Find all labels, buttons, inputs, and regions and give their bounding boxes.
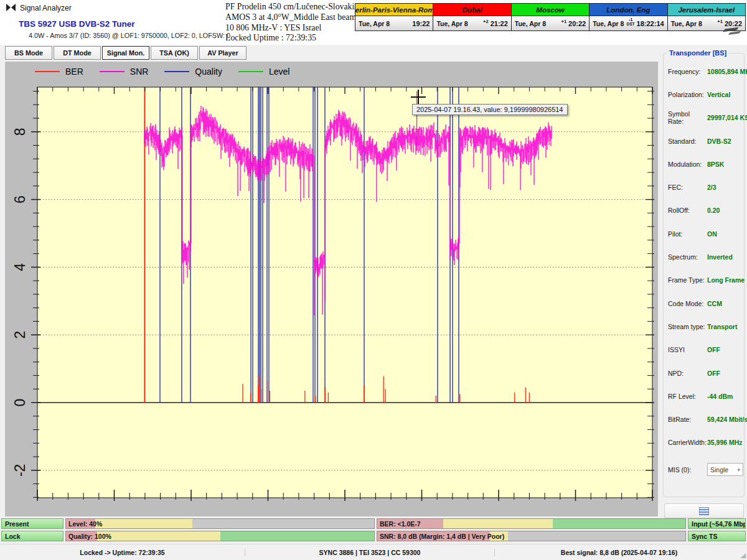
transponder-row-value: ON — [707, 230, 717, 238]
progress-segment — [192, 519, 374, 528]
note-line: PF Prodelin 450 cm/Lučenec-Slovakia — [225, 2, 358, 12]
transponder-row: Code Mode:CCM — [664, 292, 744, 315]
svg-text:2: 2 — [12, 331, 28, 339]
clock-utc-offset: +1 — [561, 19, 569, 27]
transponder-row-value: OFF — [707, 346, 720, 353]
input-badge: Input (~54,76 Mbps) — [688, 518, 746, 529]
progress-segment — [97, 531, 220, 541]
transponder-row: Pilot:ON — [664, 222, 744, 245]
details-button[interactable] — [664, 503, 744, 518]
transponder-row-label: Stream type: — [668, 323, 707, 330]
mis-dropdown[interactable]: Single ▾ — [707, 463, 743, 476]
clock-offset-value: -1 — [627, 17, 635, 22]
note-line: Locked Uptime : 72:39:35 — [225, 33, 358, 44]
station-notes: PF Prodelin 450 cm/Lučenec-Slovakia AMOS… — [225, 2, 358, 44]
note-line: AMOS 3 at 4,0°W_Middle East beam — [225, 12, 358, 23]
clock-city-label: London, Eng — [590, 4, 667, 16]
transponder-row-label: FEC: — [668, 184, 707, 191]
transponder-groupbox: Transponder [BS] Frequency:10805,894 MHz… — [663, 53, 745, 497]
level-progress-bar: Level: 40% — [65, 518, 375, 529]
transponder-row-value: Vertical — [707, 91, 730, 98]
transponder-row: RF Level:-44 dBm — [664, 385, 744, 408]
tab-av-player[interactable]: AV Player — [199, 46, 247, 60]
clock-date: Tue, Apr 8 — [359, 20, 390, 27]
clock-date: Tue, Apr 8 — [593, 20, 624, 27]
quality-progress-bar: Quality: 100% — [65, 531, 375, 541]
clock-date: Tue, Apr 8 — [436, 20, 467, 27]
transponder-row-label: RF Level: — [668, 393, 707, 400]
clock-1: DubaiTue, Apr 8+221:22 — [433, 4, 511, 30]
statusbar: Locked -> Uptime: 72:39:35 SYNC 3886 | T… — [0, 544, 747, 560]
progress-segment — [443, 519, 553, 528]
status-row-2: Lock Quality: 100% SNR: 8,0 dB (Margin: … — [1, 531, 746, 541]
transponder-row: Polarization:Vertical — [664, 83, 744, 106]
progress-segment — [508, 531, 685, 541]
transponder-row: Symbol Rate:29997,014 KS/s — [664, 106, 744, 129]
snr-bar-label: SNR: 8,0 dB (Margin: 1,4 dB | Very Poor) — [380, 533, 504, 540]
clock-datetime: Tue, Apr 8+120:22 — [512, 16, 589, 30]
progress-segment — [220, 531, 375, 541]
quality-bar-label: Quality: 100% — [68, 533, 111, 540]
clock-time: 18:22:14 — [637, 20, 664, 27]
clock-2: MoscowTue, Apr 8+120:22 — [512, 4, 590, 30]
snr-progress-bar: SNR: 8,0 dB (Margin: 1,4 dB | Very Poor) — [377, 531, 686, 541]
clock-utc-offset: +2 — [483, 19, 491, 27]
clock-0: Berlin-Paris-Vienna-RomaTue, Apr 819:22 — [355, 4, 433, 30]
ber-progress-bar: BER: <1.0E-7 — [377, 518, 686, 529]
chart-tooltip: 2025-04-07 19.16.43, value: 9,1999998092… — [412, 104, 568, 115]
transponder-row-value: 8PSK — [707, 161, 724, 168]
signal-monitor-chart[interactable]: BERSNRQualityLevel 86420-2 2025-04-07 19… — [5, 62, 658, 516]
statusbar-uptime: Locked -> Uptime: 72:39:35 — [0, 549, 245, 556]
crosshair-cursor-icon — [411, 90, 426, 105]
transponder-row-value: Long Frame — [707, 276, 745, 284]
transponder-row-value: DVB-S2 — [707, 138, 731, 145]
transponder-row-value: 2/3 — [707, 184, 716, 191]
resize-grip-icon[interactable]: ◢ — [741, 551, 746, 559]
tab-bs-mode[interactable]: BS Mode — [5, 46, 52, 60]
mode-tabbar: BS ModeDT ModeSignal Mon.TSA (OK)AV Play… — [0, 45, 747, 62]
clock-offset-value: +2 — [483, 19, 489, 24]
note-line: 10 806 MHz-V : YES Israel — [225, 23, 358, 34]
transponder-row-value: 29997,014 KS/s — [707, 114, 747, 121]
transponder-row-value: 35,996 MHz — [707, 439, 743, 446]
clock-time: 20:22 — [725, 20, 742, 27]
transponder-row-label: Modulation: — [668, 161, 707, 168]
transponder-row: Standard:DVB-S2 — [664, 129, 744, 152]
transponder-row-label: RollOff: — [668, 207, 707, 214]
mis-label: MIS (0): — [668, 466, 707, 474]
transponder-row: FEC:2/3 — [664, 175, 744, 198]
transponder-row-label: NPD: — [668, 370, 707, 377]
statusbar-best-signal: Best signal: 8,8 dB (2025-04-07 19:16) — [494, 549, 743, 556]
clock-datetime: Tue, Apr 8-1DST18:22:14 — [590, 16, 667, 30]
transponder-row-value: OFF — [707, 370, 720, 377]
tuner-name: TBS 5927 USB DVB-S2 Tuner — [19, 19, 135, 29]
clock-date: Tue, Apr 8 — [515, 20, 546, 27]
level-bar-label: Level: 40% — [68, 520, 102, 528]
statusbar-sync-counters: SYNC 3886 | TEI 3523 | CC 59300 — [245, 549, 494, 556]
signal-plot[interactable]: 86420-2 — [5, 62, 658, 516]
tab-dt-mode[interactable]: DT Mode — [54, 46, 101, 60]
transponder-panel: Transponder [BS] Frequency:10805,894 MHz… — [660, 47, 747, 544]
transponder-row: BitRate:59,424 Mbit/s — [664, 408, 744, 431]
transponder-row-label: BitRate: — [668, 416, 707, 423]
transponder-row: Stream type:Transport — [664, 315, 744, 338]
list-icon — [699, 507, 709, 515]
transponder-row-label: Polarization: — [668, 91, 707, 98]
tab-tsa-ok[interactable]: TSA (OK) — [151, 46, 198, 60]
transponder-row-label: Spectrum: — [668, 253, 707, 261]
clock-time: 21:22 — [491, 20, 508, 27]
transponder-row-label: Standard: — [668, 138, 707, 145]
transponder-row-value: Inverted — [707, 253, 733, 261]
transponder-row-label: CarrierWidth: — [668, 439, 707, 446]
status-row-1: Present Level: 40% BER: <1.0E-7 Input (~… — [1, 518, 746, 529]
clock-time: 20:22 — [568, 20, 586, 27]
header: Signal Analyzer TBS 5927 USB DVB-S2 Tune… — [0, 0, 747, 45]
transponder-row-label: Pilot: — [668, 230, 707, 238]
progress-segment — [95, 519, 192, 528]
clock-city-label: Moscow — [512, 4, 589, 16]
transponder-row-label: ISSYI — [668, 346, 707, 353]
tab-signal-mon[interactable]: Signal Mon. — [102, 46, 149, 60]
sync-ts-badge: Sync TS — [688, 531, 746, 541]
transponder-row-label: Code Mode: — [668, 300, 707, 307]
transponder-row-value: 59,424 Mbit/s — [707, 416, 747, 423]
